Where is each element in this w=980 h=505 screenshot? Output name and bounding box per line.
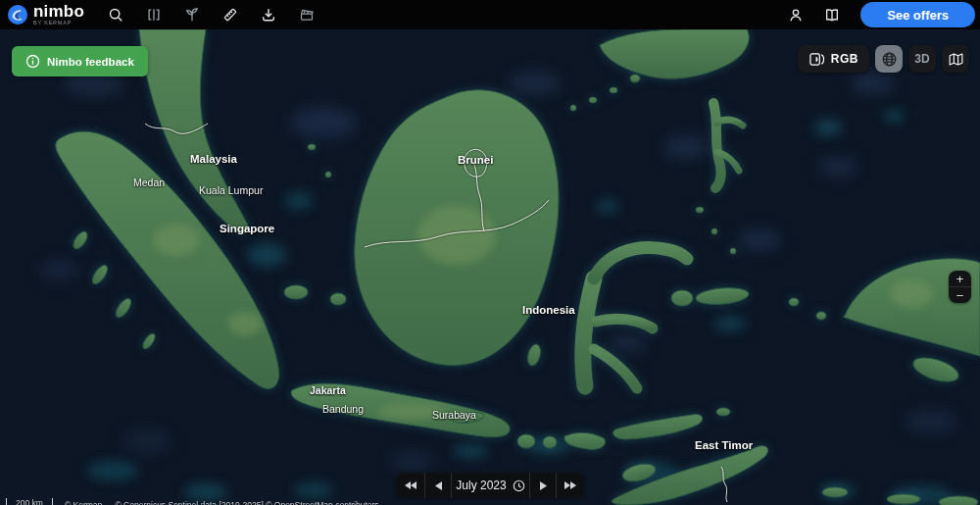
- measure-button[interactable]: [222, 5, 238, 25]
- account-button[interactable]: [788, 5, 804, 25]
- documentation-button[interactable]: [824, 5, 840, 25]
- search-button[interactable]: [108, 5, 123, 25]
- map-attribution: 200 km © Kermap — © Copernicus Sentinel …: [6, 498, 379, 505]
- layers-icon: [808, 52, 825, 67]
- see-offers-button[interactable]: See offers: [860, 2, 975, 27]
- nimbo-logo-icon: [8, 5, 27, 25]
- map-container: [0, 29, 980, 505]
- topbar-right: See offers: [788, 2, 980, 27]
- feedback-button[interactable]: Nimbo feedback: [12, 46, 148, 76]
- search-icon: [108, 7, 123, 23]
- download-button[interactable]: [261, 5, 276, 25]
- basemap-button[interactable]: [942, 45, 969, 73]
- 3d-label: 3D: [914, 52, 929, 66]
- toolbar: [108, 5, 315, 25]
- timeline-skip-back-button[interactable]: [397, 473, 424, 498]
- map-canvas[interactable]: [0, 29, 980, 505]
- timelapse-button[interactable]: [299, 5, 315, 25]
- rgb-label: RGB: [831, 52, 858, 66]
- top-bar: nimbo BY KERMAP: [0, 0, 980, 29]
- brand-byline: BY KERMAP: [33, 21, 84, 26]
- globe-icon: [881, 51, 898, 68]
- timeline-period-button[interactable]: July 2023: [451, 473, 529, 498]
- map-icon: [948, 51, 964, 68]
- compare-icon: [146, 7, 162, 23]
- rgb-bands-button[interactable]: RGB: [798, 45, 869, 73]
- info-icon: [25, 54, 40, 69]
- documentation-icon: [824, 7, 840, 24]
- 3d-view-button[interactable]: 3D: [908, 45, 936, 73]
- globe-view-button[interactable]: [875, 45, 903, 73]
- timeline-bar: July 2023: [397, 473, 583, 498]
- step-forward-icon: [540, 481, 547, 490]
- vegetation-index-button[interactable]: [184, 5, 200, 25]
- timelapse-icon: [299, 7, 315, 23]
- attribution-credits: © Kermap — © Copernicus Sentinel data [2…: [65, 500, 379, 505]
- brand-name: nimbo: [33, 3, 84, 20]
- zoom-out-button[interactable]: −: [949, 287, 971, 303]
- compare-button[interactable]: [146, 5, 162, 25]
- clock-icon: [513, 480, 525, 492]
- skip-forward-icon: [564, 480, 576, 490]
- step-back-icon: [435, 481, 442, 490]
- timeline-step-back-button[interactable]: [424, 473, 451, 498]
- vegetation-index-icon: [184, 7, 200, 23]
- scale-bar: 200 km: [6, 498, 53, 505]
- timeline-skip-forward-button[interactable]: [556, 473, 583, 498]
- measure-icon: [222, 7, 238, 23]
- timeline-step-forward-button[interactable]: [529, 473, 556, 498]
- download-icon: [261, 7, 276, 23]
- zoom-control: + −: [949, 271, 971, 303]
- timeline-period-label: July 2023: [456, 479, 506, 492]
- zoom-in-button[interactable]: +: [949, 271, 971, 286]
- view-controls: RGB 3D: [798, 45, 969, 73]
- brand[interactable]: nimbo BY KERMAP: [0, 3, 94, 26]
- user-icon: [788, 7, 804, 24]
- feedback-label: Nimbo feedback: [47, 56, 134, 68]
- skip-back-icon: [405, 480, 417, 490]
